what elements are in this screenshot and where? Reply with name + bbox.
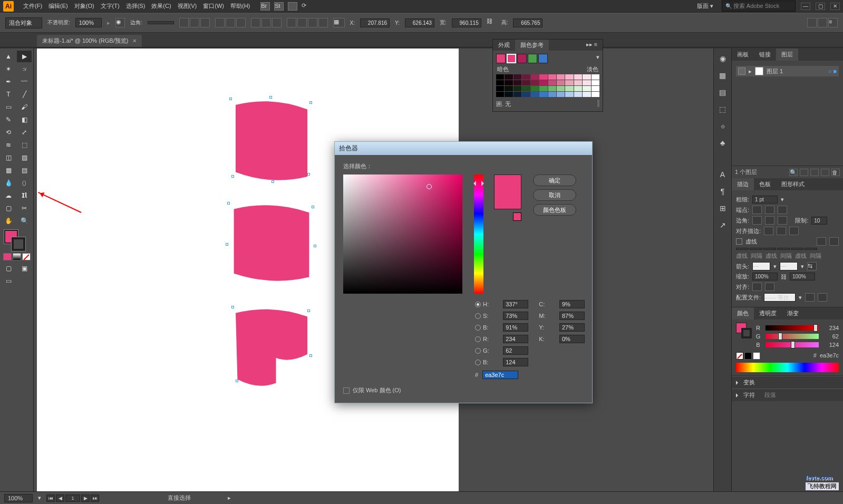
harmony-swatch[interactable]	[538, 54, 548, 63]
new-layer-icon[interactable]	[821, 169, 829, 176]
arrow-align2-icon[interactable]	[765, 283, 774, 291]
color-guide-panel[interactable]: 外观 颜色参考 ▸▸ ≡ ▾ 暗色淡色	[492, 39, 603, 112]
shapebuilder-tool[interactable]: ◫	[1, 152, 16, 163]
radio-r[interactable]	[475, 336, 481, 342]
tab-gradient[interactable]: 渐变	[782, 307, 804, 319]
graph-tool[interactable]: 𝗜𝗹	[17, 190, 32, 201]
join-bevel-icon[interactable]	[778, 216, 787, 225]
spectrum-bar[interactable]	[736, 363, 839, 372]
web-only-checkbox[interactable]	[343, 387, 350, 394]
g-slider[interactable]	[766, 334, 819, 339]
visibility-icon[interactable]	[738, 67, 745, 75]
pathfinder-2-icon[interactable]	[297, 18, 307, 27]
color-mode-icon[interactable]	[3, 253, 12, 260]
corner-input[interactable]	[148, 21, 174, 24]
brush-tool[interactable]: 🖌	[17, 101, 32, 113]
gpu-icon[interactable]: ⟳	[302, 2, 311, 11]
document-tab[interactable]: 未标题-1.ai* @ 100% (RGB/预览) ✕	[37, 35, 142, 47]
k-input[interactable]: 0%	[559, 335, 585, 343]
align-left-icon[interactable]	[179, 18, 189, 27]
shapemode-icon[interactable]	[807, 18, 817, 27]
r-input[interactable]: 234	[503, 335, 528, 343]
prev-artboard-icon[interactable]: ◀	[56, 495, 64, 502]
bridge-icon[interactable]: Br	[260, 2, 270, 11]
menu-effect[interactable]: 效果(C)	[148, 2, 174, 10]
gradient-mode-icon[interactable]	[13, 253, 21, 260]
para-icon[interactable]: ¶	[717, 186, 729, 197]
minimize-icon[interactable]: —	[801, 3, 810, 10]
dist-h-icon[interactable]	[251, 18, 260, 27]
sv-field[interactable]	[343, 175, 462, 294]
tab-artboards[interactable]: 画板	[732, 49, 754, 61]
align-bottom-icon[interactable]	[236, 18, 246, 27]
actions-icon[interactable]: ♣	[717, 137, 729, 149]
tab-layers[interactable]: 图层	[776, 49, 798, 61]
dist-v-icon[interactable]	[261, 18, 271, 27]
screenmode-normal-icon[interactable]: ▢	[1, 263, 16, 274]
scale2-input[interactable]: 100%	[790, 273, 815, 280]
acc-character[interactable]: 字符 段落	[732, 389, 843, 401]
layer-row[interactable]: ▸ 图层 1 ○ ■	[736, 66, 839, 76]
b2-input[interactable]: 124	[503, 358, 528, 366]
new-sublayer-icon[interactable]	[810, 169, 819, 176]
tab-color-guide[interactable]: 颜色参考	[515, 40, 549, 51]
status-play-icon[interactable]: ▸	[228, 495, 231, 501]
x-input[interactable]: 207.816	[360, 18, 390, 27]
width-tool[interactable]: ≋	[1, 139, 16, 151]
brushes-icon[interactable]: ▤	[717, 86, 729, 98]
harmony-swatch[interactable]	[528, 54, 537, 63]
dash1-input[interactable]	[736, 248, 749, 250]
profile-select[interactable]: —— 等比	[764, 293, 796, 302]
dash-align1-icon[interactable]	[817, 237, 826, 246]
glyphs-icon[interactable]: ⊞	[717, 202, 729, 214]
shade-grid[interactable]	[496, 74, 599, 97]
radio-b2[interactable]	[475, 360, 481, 365]
b-slider[interactable]	[766, 342, 819, 347]
recolor-icon[interactable]: ◉	[115, 18, 125, 27]
free-transform-tool[interactable]: ⬚	[17, 139, 32, 151]
align-vcenter-icon[interactable]	[226, 18, 235, 27]
y-input[interactable]: 27%	[559, 323, 585, 332]
arrow-align1-icon[interactable]	[752, 283, 762, 291]
arrow-start-select[interactable]: —	[752, 262, 770, 270]
gap3-input[interactable]	[805, 248, 817, 250]
cp-stroke-swatch[interactable]	[741, 328, 752, 338]
align-center-icon[interactable]	[764, 227, 773, 235]
pathfinder-4-icon[interactable]	[318, 18, 328, 27]
acc-transform[interactable]: 变换	[732, 376, 843, 389]
symbols-icon[interactable]: ⬚	[717, 103, 729, 115]
dashed-checkbox[interactable]	[736, 238, 742, 245]
dash-align2-icon[interactable]	[829, 237, 839, 246]
radio-s[interactable]	[475, 313, 481, 319]
eraser-tool[interactable]: ◧	[17, 114, 32, 125]
pen-tool[interactable]: ✒	[1, 76, 16, 88]
tab-color[interactable]: 颜色	[732, 307, 754, 319]
weight-input[interactable]: 1 pt	[752, 196, 778, 203]
align-outside-icon[interactable]	[789, 227, 799, 235]
hue-slider[interactable]	[474, 175, 483, 294]
opentype-icon[interactable]: ↗	[717, 219, 729, 231]
join-miter-icon[interactable]	[752, 216, 762, 225]
y-input[interactable]: 626.143	[405, 18, 434, 27]
direct-select-tool[interactable]: ▶	[17, 51, 32, 62]
menu-view[interactable]: 视图(V)	[175, 2, 200, 10]
maximize-icon[interactable]: ▢	[816, 3, 825, 10]
tab-swatches[interactable]: 色板	[754, 178, 776, 190]
close-icon[interactable]: ✕	[830, 3, 840, 10]
radio-b[interactable]	[475, 325, 481, 331]
canvas-area[interactable]: 外观 颜色参考 ▸▸ ≡ ▾ 暗色淡色	[34, 49, 462, 491]
align-inside-icon[interactable]	[777, 227, 786, 235]
layer-name[interactable]: 图层 1	[767, 67, 783, 75]
flip-y-icon[interactable]	[818, 293, 827, 302]
tab-graphic-styles[interactable]: 图形样式	[776, 178, 810, 190]
radio-g[interactable]	[475, 348, 481, 354]
dist-space-icon[interactable]	[272, 18, 282, 27]
limit-input[interactable]: 10	[811, 217, 827, 225]
workspace-switch[interactable]: 版面 ▾	[694, 2, 716, 10]
menu-edit[interactable]: 编辑(E)	[45, 2, 71, 10]
ref-point-icon[interactable]: ▦	[333, 18, 345, 27]
pathfinder-3-icon[interactable]	[308, 18, 317, 27]
b-value[interactable]: 124	[823, 342, 839, 348]
next-artboard-icon[interactable]: ▶	[81, 495, 90, 502]
artboard-tool[interactable]: ▢	[1, 202, 16, 214]
